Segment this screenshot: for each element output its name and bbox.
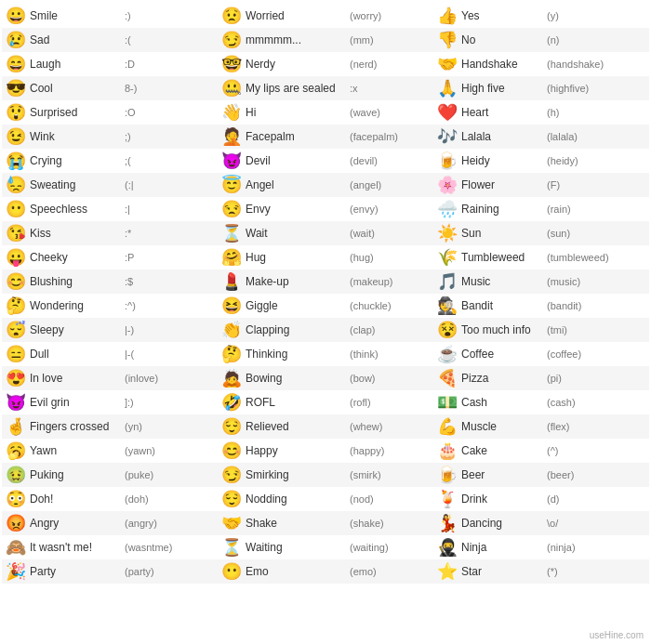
list-item: 😡Angry(angry) bbox=[2, 511, 218, 535]
emoji-label: Happy bbox=[246, 444, 348, 457]
emoji-code: (lalala) bbox=[547, 131, 578, 142]
emoji-table: 😀Smile:)😢Sad:(😄Laugh:D😎Cool8-)😲Surprised… bbox=[0, 0, 651, 587]
emoji-code: (handshake) bbox=[547, 59, 604, 70]
emoji-label: In love bbox=[30, 372, 123, 385]
emoji-label: Hi bbox=[246, 106, 348, 119]
list-item: 🌾Tumbleweed(tumbleweed) bbox=[433, 245, 649, 269]
emoji-code: (tmi) bbox=[547, 324, 567, 335]
list-item: 🥱Yawn(yawn) bbox=[2, 439, 218, 463]
emoji-code: (:| bbox=[125, 179, 134, 191]
list-item: 😶Emo(emo) bbox=[218, 559, 433, 584]
emoji-label: Surprised bbox=[30, 106, 123, 119]
emoji-label: Evil grin bbox=[30, 396, 123, 409]
emoji-label: Devil bbox=[246, 154, 348, 167]
emoji-code: (y) bbox=[547, 10, 559, 21]
emoji-icon: 🤞 bbox=[6, 416, 26, 437]
emoji-icon: 👍 bbox=[437, 6, 458, 26]
emoji-icon: 😏 bbox=[221, 465, 242, 485]
list-item: ☀️Sun(sun) bbox=[433, 221, 649, 245]
emoji-icon: 🌸 bbox=[437, 175, 458, 195]
emoji-icon: 🥷 bbox=[437, 537, 458, 558]
emoji-code: \o/ bbox=[547, 518, 558, 529]
emoji-label: High five bbox=[461, 82, 545, 95]
list-item: 😴Sleepy|-) bbox=[2, 318, 218, 342]
emoji-code: (bow) bbox=[350, 373, 376, 384]
emoji-code: (*) bbox=[547, 566, 558, 577]
emoji-icon: 😲 bbox=[6, 102, 26, 123]
list-item: 🕵️Bandit(bandit) bbox=[433, 294, 649, 318]
list-item: 😊Happy(happy) bbox=[218, 439, 433, 463]
emoji-icon: 😈 bbox=[221, 151, 242, 171]
emoji-code: (h) bbox=[547, 107, 559, 118]
list-item: 🤐My lips are sealed:x bbox=[218, 76, 433, 100]
emoji-code: (worry) bbox=[350, 10, 381, 21]
emoji-icon: 🙇 bbox=[221, 368, 242, 388]
emoji-icon: 😒 bbox=[221, 199, 242, 219]
list-item: 😊Blushing:$ bbox=[2, 269, 218, 294]
emoji-label: Smirking bbox=[246, 468, 348, 481]
emoji-icon: 😏 bbox=[221, 30, 242, 50]
emoji-icon: 😎 bbox=[6, 78, 26, 99]
column-3: 👍Yes(y)👎No(n)🤝Handshake(handshake)🙏High … bbox=[433, 4, 649, 584]
emoji-label: Wondering bbox=[30, 299, 123, 312]
emoji-code: (cash) bbox=[547, 397, 576, 408]
emoji-code: (flex) bbox=[547, 421, 569, 432]
emoji-icon: 🤗 bbox=[221, 247, 242, 268]
emoji-label: Bowing bbox=[246, 372, 348, 385]
list-item: 😘Kiss:* bbox=[2, 221, 218, 245]
emoji-label: Kiss bbox=[30, 227, 123, 240]
emoji-code: ;( bbox=[125, 155, 131, 166]
emoji-label: Dancing bbox=[461, 517, 545, 530]
list-item: 😏Smirking(smirk) bbox=[218, 463, 433, 487]
emoji-icon: 👋 bbox=[221, 102, 242, 123]
emoji-label: Crying bbox=[30, 154, 123, 167]
emoji-label: Star bbox=[461, 565, 545, 578]
emoji-label: mmmmm... bbox=[246, 33, 348, 46]
emoji-code: (heidy) bbox=[547, 155, 578, 166]
emoji-code: (happy) bbox=[350, 445, 384, 456]
list-item: 🥷Ninja(ninja) bbox=[433, 535, 649, 559]
emoji-icon: 😌 bbox=[221, 416, 242, 437]
watermark: useHine.com bbox=[590, 630, 644, 640]
emoji-code: (^) bbox=[547, 445, 559, 456]
emoji-code: :P bbox=[125, 252, 134, 263]
list-item: 😳Doh!(doh) bbox=[2, 487, 218, 511]
emoji-code: (mm) bbox=[350, 34, 374, 46]
emoji-icon: 🤦 bbox=[221, 126, 242, 147]
list-item: 😄Laugh:D bbox=[2, 52, 218, 76]
emoji-code: (devil) bbox=[350, 155, 378, 166]
emoji-label: Sun bbox=[461, 227, 545, 240]
emoji-code: (wave) bbox=[350, 107, 380, 118]
list-item: 👍Yes(y) bbox=[433, 4, 649, 28]
emoji-label: Waiting bbox=[246, 541, 348, 554]
emoji-icon: 🕵️ bbox=[437, 296, 458, 316]
emoji-icon: 😭 bbox=[6, 151, 26, 171]
emoji-code: ;) bbox=[125, 131, 131, 142]
emoji-code: (nerd) bbox=[350, 59, 377, 70]
emoji-label: Hug bbox=[246, 251, 348, 264]
emoji-label: Giggle bbox=[246, 299, 348, 312]
emoji-label: Raining bbox=[461, 203, 545, 216]
list-item: 👏Clapping(clap) bbox=[218, 318, 433, 342]
list-item: 🙏High five(highfive) bbox=[433, 76, 649, 100]
emoji-label: Yes bbox=[461, 9, 545, 22]
list-item: 🤦Facepalm(facepalm) bbox=[218, 125, 433, 149]
list-item: 😶Speechless:| bbox=[2, 197, 218, 221]
emoji-icon: 😇 bbox=[221, 175, 242, 195]
emoji-icon: 😆 bbox=[221, 296, 242, 316]
emoji-icon: 💪 bbox=[437, 416, 458, 437]
emoji-code: (shake) bbox=[350, 518, 384, 529]
list-item: ☕Coffee(coffee) bbox=[433, 342, 649, 366]
emoji-icon: 🍺 bbox=[437, 465, 458, 485]
emoji-label: Angry bbox=[30, 517, 123, 530]
emoji-code: (facepalm) bbox=[350, 131, 398, 142]
list-item: 🤝Shake(shake) bbox=[218, 511, 433, 535]
emoji-icon: 😘 bbox=[6, 223, 26, 243]
emoji-label: Facepalm bbox=[246, 130, 348, 143]
list-item: 😇Angel(angel) bbox=[218, 173, 433, 197]
list-item: 😀Smile:) bbox=[2, 4, 218, 28]
list-item: 💃Dancing\o/ bbox=[433, 511, 649, 535]
emoji-code: |-( bbox=[125, 348, 134, 360]
emoji-code: (doh) bbox=[125, 493, 149, 505]
list-item: ⏳Wait(wait) bbox=[218, 221, 433, 245]
